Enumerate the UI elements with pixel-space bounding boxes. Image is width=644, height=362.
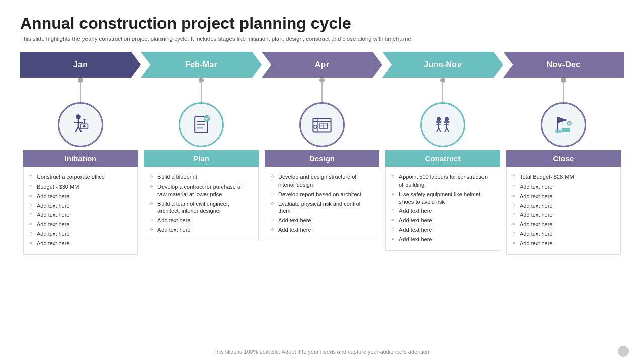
design-icon (310, 113, 334, 137)
arrow-shape-apr: Apr (262, 52, 382, 78)
phase-label-close: Close (506, 150, 621, 167)
connector-line-plan (201, 83, 202, 102)
list-item: Appoint 500 labours for construction of … (392, 172, 494, 190)
svg-line-33 (445, 128, 447, 132)
arrow-feb: Feb-Mar (141, 52, 262, 78)
connector-dot-plan (199, 78, 204, 83)
list-item: Add text here (271, 225, 373, 235)
list-item: Construct a corporate office (30, 172, 131, 182)
connector-line-design (321, 83, 323, 102)
list-item: Total Budget- $28 MM (513, 172, 614, 182)
arrow-label-jan: Jan (73, 60, 88, 69)
footer-text: This slide is 100% editable. Adapt it to… (0, 349, 644, 355)
svg-line-26 (437, 128, 439, 132)
phase-label-design: Design (265, 150, 379, 167)
phase-col-plan: Plan Build a blueprint Develop a contrac… (141, 78, 262, 241)
footer-dot (618, 346, 629, 357)
list-item: Add text here (30, 201, 131, 211)
timeline-row: Jan Feb-Mar Apr June-Nov Nov-Dec (20, 52, 624, 78)
arrow-label-jun: June-Nov (424, 60, 461, 69)
arrow-nov: Nov-Dec (503, 52, 624, 78)
list-item: Add text here (30, 210, 131, 220)
arrow-shape-nov: Nov-Dec (503, 52, 624, 78)
connector-dot-initiation (78, 78, 83, 83)
list-item: Add text here (150, 225, 252, 235)
plan-icon (189, 113, 213, 137)
svg-marker-36 (558, 117, 568, 123)
icon-circle-design (299, 102, 345, 147)
svg-rect-38 (555, 130, 562, 133)
connector-line-initiation (80, 83, 81, 102)
phase-col-construct: Construct Appoint 500 labours for constr… (382, 78, 503, 251)
list-item: Budget - $30 MM (30, 182, 131, 192)
list-item: Add text here (30, 229, 131, 239)
svg-point-20 (314, 125, 317, 128)
list-item: Develop report based on architect (271, 190, 373, 199)
arrow-shape-jan: Jan (20, 52, 141, 78)
list-item: Add text here (513, 192, 614, 201)
construct-icon (431, 113, 455, 137)
page-title: Annual construction project planning cyc… (20, 14, 624, 33)
list-item: Add text here (271, 216, 373, 225)
connector-line-close (563, 83, 564, 102)
arrow-jun: June-Nov (382, 52, 503, 78)
phase-label-plan: Plan (144, 150, 259, 167)
construct-list: Appoint 500 labours for construction of … (392, 172, 494, 244)
svg-point-28 (445, 117, 449, 121)
initiation-icon (68, 113, 93, 137)
connector-dot-close (561, 78, 566, 83)
list-item: Add text here (513, 210, 614, 220)
list-item: Build a blueprint (150, 172, 252, 182)
svg-rect-30 (444, 121, 449, 122)
list-item: Add text here (392, 216, 494, 225)
svg-rect-37 (562, 128, 570, 132)
close-list: Total Budget- $28 MM Add text here Add t… (513, 172, 614, 248)
arrow-label-feb: Feb-Mar (185, 60, 217, 69)
phase-label-construct: Construct (385, 150, 500, 167)
close-icon (551, 113, 576, 137)
slide: Annual construction project planning cyc… (0, 0, 644, 362)
phase-col-design: Design Develop and design structure of i… (262, 78, 382, 241)
connector-dot-construct (440, 78, 445, 83)
list-item: Add text here (150, 216, 252, 225)
svg-line-3 (75, 127, 78, 132)
svg-point-21 (437, 117, 441, 121)
arrow-label-nov: Nov-Dec (546, 60, 580, 69)
design-list: Develop and design structure of interior… (271, 172, 373, 235)
phase-card-plan: Build a blueprint Develop a contract for… (144, 167, 259, 241)
list-item: Add text here (513, 220, 614, 229)
icon-circle-construct (420, 102, 465, 147)
icon-circle-close (541, 102, 586, 147)
arrow-jan: Jan (20, 52, 141, 78)
arrow-apr: Apr (262, 52, 382, 78)
phase-label-initiation: Initiation (23, 150, 138, 167)
list-item: Add text here (392, 225, 494, 235)
svg-point-39 (567, 121, 572, 126)
content-row: Initiation Construct a corporate office … (20, 78, 624, 294)
phase-card-design: Develop and design structure of interior… (265, 167, 379, 241)
phase-col-initiation: Initiation Construct a corporate office … (20, 78, 141, 255)
list-item: Develop and design structure of interior… (271, 172, 373, 190)
connector-dot-design (319, 78, 325, 83)
list-item: Add text here (30, 192, 131, 201)
svg-point-0 (76, 114, 81, 119)
arrow-label-apr: Apr (315, 60, 329, 69)
svg-line-34 (447, 128, 449, 132)
connector-line-construct (442, 83, 443, 102)
list-item: Evaluate physical risk and control them (271, 199, 373, 216)
list-item: Add text here (513, 201, 614, 211)
plan-list: Build a blueprint Develop a contract for… (150, 172, 252, 235)
arrow-shape-feb: Feb-Mar (141, 52, 262, 78)
list-item: Develop a contract for purchase of raw m… (150, 182, 252, 199)
icon-circle-initiation (58, 102, 103, 147)
initiation-list: Construct a corporate office Budget - $3… (30, 172, 131, 248)
list-item: Add text here (30, 239, 131, 248)
svg-rect-23 (436, 121, 441, 122)
list-item: Build a team of civil engineer, architec… (150, 199, 252, 216)
list-item: Add text here (513, 229, 614, 239)
phase-col-close: Close Total Budget- $28 MM Add text here… (503, 78, 624, 255)
list-item: Add text here (30, 220, 131, 229)
phase-card-initiation: Construct a corporate office Budget - $3… (23, 167, 138, 255)
phase-card-construct: Appoint 500 labours for construction of … (385, 167, 500, 251)
arrow-shape-jun: June-Nov (382, 52, 503, 78)
